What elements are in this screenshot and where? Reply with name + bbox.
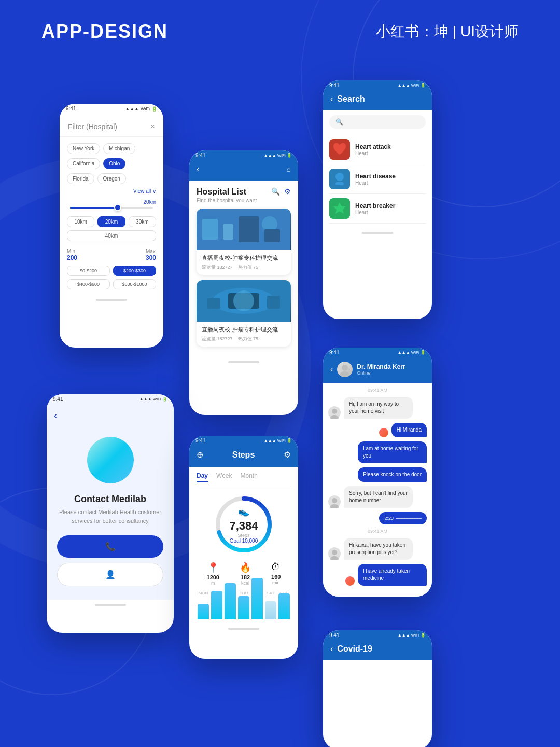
time-icon: ⏱ [271,562,281,573]
distance-chips: 10km 20km 30km 40km [67,216,156,241]
add-icon[interactable]: ⊕ [197,450,203,460]
app-design-title: APP-DESIGN [41,21,168,43]
card-2-heat: 热力值 75 [238,336,259,342]
covid-back-button[interactable]: ‹ [330,644,333,654]
chat-back-button[interactable]: ‹ [330,365,333,374]
chat-msg-4: Please knock on the door [328,467,427,482]
hospital-back-button[interactable]: ‹ [197,164,199,174]
chat-input-bar: 😊 😄 📎 Write a reply... ➤ [323,594,432,597]
chat-msg-2: Hi Miranda [328,423,427,437]
price-max: Max 300 [146,248,156,261]
hospital-card-1-meta: 流览量 182727 热力值 75 [202,264,286,271]
dist-chip-20[interactable]: 20km [97,216,125,227]
contact-home-indicator [95,604,126,606]
user-avatar-2 [345,576,355,586]
hospital-card-2[interactable]: 直播周夜校-肿瘤专科护理交流 流览量 182727 热力值 75 [197,280,291,347]
bar-mon [198,604,209,619]
chat-bubble-4: Please knock on the door [358,467,427,482]
covid-status-time: 9:41 [329,632,339,638]
metric-calories: 🔥 182 kcal [240,562,251,586]
metric-time: ⏱ 160 min [271,562,281,586]
audio-duration: 2:23 [384,516,394,521]
search-icon[interactable]: 🔍 [271,187,280,196]
contact-status-bar: 9:41 ▲▲▲ WiFi 🔋 [47,394,174,404]
chip-new-york[interactable]: New York [67,143,100,154]
chat-phone: 9:41 ▲▲▲ WiFi 🔋 ‹ Dr. Miranda Kerr Onlin… [323,348,432,597]
filter-close-button[interactable]: × [150,122,155,131]
svg-rect-10 [207,298,220,309]
tab-month[interactable]: Month [240,472,257,482]
chip-michigan[interactable]: Michigan [103,143,135,154]
search-phone: 9:41 ▲▲▲ WiFi 🔋 ‹ Search 🔍 Heart attack … [323,80,432,319]
chip-ohio[interactable]: Ohio [103,158,125,169]
author-label: 小红书：坤 | UI设计师 [376,22,519,42]
steps-body: Day Week Month 👟 7,384 [189,467,298,625]
svg-rect-3 [239,216,259,242]
dist-chip-10[interactable]: 10km [67,216,94,227]
user-icon: 👤 [105,570,116,579]
metric-calories-value: 182 [240,574,251,580]
search-box[interactable]: 🔍 [329,115,426,129]
svg-rect-15 [335,182,344,185]
metric-distance-value: 1200 [207,574,219,580]
chat-body: 09:41 AM Hi, I am on my way to your home… [323,383,432,594]
steps-status-bar: 9:41 ▲▲▲ WiFi 🔋 [189,436,298,446]
dist-chip-40[interactable]: 40km [67,230,156,241]
price-200-300[interactable]: $200-$300 [113,266,156,276]
price-400-600[interactable]: $400-$600 [67,279,110,289]
price-0-200[interactable]: $0-$200 [67,266,110,276]
covid-status-icons: ▲▲▲ WiFi 🔋 [398,633,426,638]
metric-distance-unit: m [207,580,219,586]
chat-status-bar: 9:41 ▲▲▲ WiFi 🔋 [323,348,432,357]
tab-day[interactable]: Day [197,472,208,482]
contact-call-button[interactable]: 📞 [57,535,163,558]
hospital-phone: 9:41 ▲▲▲ WiFi 🔋 ‹ ⌂ Hospital List Find t… [189,150,298,415]
steps-count: 7,384 [229,519,258,533]
contact-profile-button[interactable]: 👤 [57,563,163,586]
settings-icon[interactable]: ⚙ [284,450,291,460]
search-result-1[interactable]: Heart attack Heart [329,135,426,164]
svg-point-22 [330,415,339,419]
result-2-title: Heart disease [355,173,396,180]
price-600-1000[interactable]: $600-$1000 [113,279,156,289]
price-min: Min 200 [67,248,77,261]
chip-florida[interactable]: Florida [67,173,94,184]
card-2-views: 流览量 182727 [202,336,233,342]
contact-back-button[interactable]: ‹ [54,409,58,421]
location-chips-row2: California Ohio [67,158,156,169]
covid-page-title: Covid-19 [337,644,372,654]
chat-header: ‹ Dr. Miranda Kerr Online [323,357,432,383]
result-1-thumb [329,139,350,160]
dist-chip-30[interactable]: 30km [129,216,156,227]
contact-avatar [87,437,134,483]
svg-rect-5 [264,229,280,242]
filter-title: Filter (Hospital) [68,122,117,131]
metric-calories-unit: kcal [240,580,251,586]
result-2-thumb [329,169,350,189]
home-indicator [96,299,127,301]
price-range-row: Min 200 Max 300 [67,248,156,261]
filter-icon[interactable]: ⚙ [284,187,291,196]
steps-unit-label: Steps [229,533,258,538]
search-result-2[interactable]: Heart disease Heart [329,164,426,194]
hospital-home-button[interactable]: ⌂ [287,165,291,173]
search-page-title: Search [337,94,365,104]
view-all-link[interactable]: View all ∨ [67,188,156,194]
page-header: APP-DESIGN 小红书：坤 | UI设计师 [0,21,560,43]
search-back-button[interactable]: ‹ [330,94,333,104]
chip-oregon[interactable]: Oregon [97,173,126,184]
result-2-cat: Heart [355,180,396,186]
doctor-avatar-sm-3 [328,547,341,560]
hospital-card-1[interactable]: 直播周夜校-肿瘤专科护理交流 流览量 182727 热力值 75 [197,209,291,275]
filter-status-bar: 9:41 ▲▲▲WiFi🔋 [60,104,163,114]
search-status-icons: ▲▲▲ WiFi 🔋 [398,83,426,88]
chip-california[interactable]: California [67,158,100,169]
chat-audio-msg: 2:23 ━━━━━━━━━━ [379,512,427,524]
status-time: 9:41 [66,106,76,112]
tab-week[interactable]: Week [216,472,232,482]
chat-msg-1: Hi, I am on my way to your home visit [328,397,427,419]
contact-status-time: 9:41 [53,396,63,402]
distance-slider[interactable] [67,207,156,209]
search-result-3[interactable]: Heart breaker Heart [329,194,426,224]
status-time-hospital: 9:41 [195,153,205,158]
